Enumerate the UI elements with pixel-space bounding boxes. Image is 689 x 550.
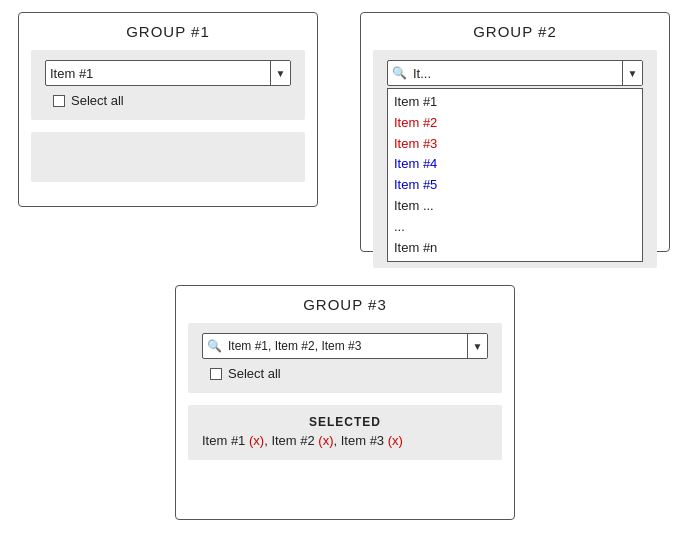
group1-empty-area <box>31 132 305 182</box>
list-item[interactable]: Item #5 <box>394 175 636 196</box>
separator: , <box>334 433 341 448</box>
group1-inner: Item #1 ▼ Select all <box>31 50 305 120</box>
group3-selected-items: Item #1 (x), Item #2 (x), Item #3 (x) <box>202 433 488 448</box>
group3-selected-header: SELECTED <box>202 415 488 429</box>
group2-dropdown[interactable]: 🔍 It... ▼ <box>387 60 643 86</box>
list-item[interactable]: Item #2 <box>394 113 636 134</box>
group3-dropdown[interactable]: 🔍 Item #1, Item #2, Item #3 ▼ <box>202 333 488 359</box>
selected-item-1: Item #1 <box>202 433 249 448</box>
group1-panel: GROUP #1 Item #1 ▼ Select all <box>18 12 318 207</box>
group1-dropdown[interactable]: Item #1 ▼ <box>45 60 291 86</box>
group3-select-all-row: Select all <box>202 366 488 381</box>
group1-select-all-label: Select all <box>71 93 124 108</box>
group1-select-all-row: Select all <box>45 93 291 108</box>
list-item[interactable]: Item #3 <box>394 134 636 155</box>
selected-item-2: Item #2 <box>271 433 318 448</box>
list-item[interactable]: Item ... <box>394 196 636 217</box>
group3-panel: GROUP #3 🔍 Item #1, Item #2, Item #3 ▼ S… <box>175 285 515 520</box>
selected-item-3-x[interactable]: (x) <box>388 433 403 448</box>
group2-search-icon: 🔍 <box>392 66 407 80</box>
selected-item-1-x[interactable]: (x) <box>249 433 264 448</box>
group3-search-icon: 🔍 <box>207 339 222 353</box>
list-item[interactable]: Item #n <box>394 238 636 259</box>
group3-title: GROUP #3 <box>176 286 514 319</box>
group1-title: GROUP #1 <box>19 13 317 46</box>
selected-item-2-x[interactable]: (x) <box>318 433 333 448</box>
group3-dropdown-value: Item #1, Item #2, Item #3 <box>224 339 467 353</box>
list-item[interactable]: ... <box>394 217 636 238</box>
group2-dropdown-value: It... <box>409 66 622 81</box>
list-item[interactable]: Item #1 <box>394 92 636 113</box>
group2-dropdown-list: Item #1 Item #2 Item #3 Item #4 Item #5 … <box>387 88 643 262</box>
group3-checkbox[interactable] <box>210 368 222 380</box>
group3-dropdown-arrow[interactable]: ▼ <box>467 334 487 358</box>
group3-select-all-label: Select all <box>228 366 281 381</box>
group2-title: GROUP #2 <box>361 13 669 46</box>
group2-inner: 🔍 It... ▼ Item #1 Item #2 Item #3 Item #… <box>373 50 657 268</box>
group1-dropdown-value: Item #1 <box>46 66 270 81</box>
group3-selected-section: SELECTED Item #1 (x), Item #2 (x), Item … <box>188 405 502 460</box>
selected-item-3: Item #3 <box>341 433 388 448</box>
group3-inner: 🔍 Item #1, Item #2, Item #3 ▼ Select all <box>188 323 502 393</box>
group2-dropdown-arrow[interactable]: ▼ <box>622 61 642 85</box>
group2-panel: GROUP #2 🔍 It... ▼ Item #1 Item #2 Item … <box>360 12 670 252</box>
group1-dropdown-arrow[interactable]: ▼ <box>270 61 290 85</box>
list-item[interactable]: Item #4 <box>394 154 636 175</box>
group1-checkbox[interactable] <box>53 95 65 107</box>
